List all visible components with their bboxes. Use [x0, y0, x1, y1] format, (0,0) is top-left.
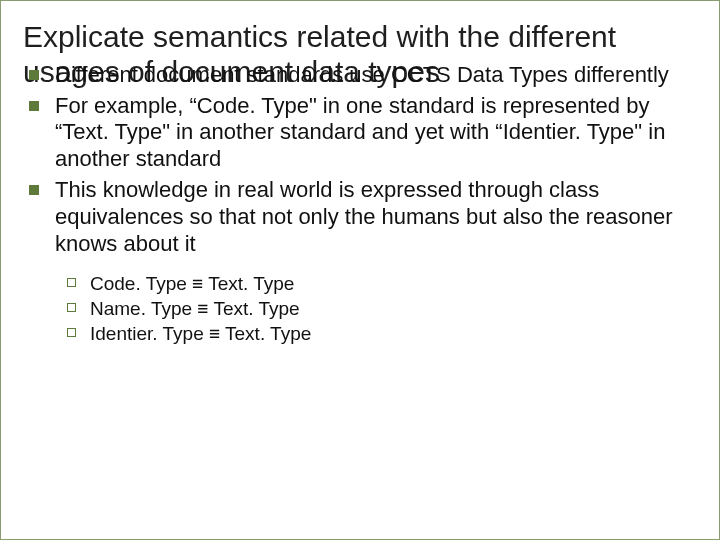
- sub-bullet-text: Name. Type ≡ Text. Type: [90, 297, 300, 320]
- list-item: For example, “Code. Type" in one standar…: [29, 93, 697, 173]
- square-bullet-icon: [29, 185, 39, 195]
- list-item: Name. Type ≡ Text. Type: [67, 297, 697, 320]
- sub-bullet-list: Code. Type ≡ Text. Type Name. Type ≡ Tex…: [23, 272, 697, 346]
- square-bullet-icon: [29, 70, 39, 80]
- bullet-text: For example, “Code. Type" in one standar…: [55, 93, 697, 173]
- list-item: Different document standards use CCTS Da…: [29, 62, 697, 89]
- sub-bullet-text: Identier. Type ≡ Text. Type: [90, 322, 311, 345]
- bullet-text: Different document standards use CCTS Da…: [55, 62, 697, 89]
- list-item: Identier. Type ≡ Text. Type: [67, 322, 697, 345]
- bullet-text: This knowledge in real world is expresse…: [55, 177, 697, 257]
- list-item: Code. Type ≡ Text. Type: [67, 272, 697, 295]
- hollow-square-bullet-icon: [67, 278, 76, 287]
- bullet-list: Different document standards use CCTS Da…: [23, 62, 697, 258]
- square-bullet-icon: [29, 101, 39, 111]
- hollow-square-bullet-icon: [67, 303, 76, 312]
- sub-bullet-text: Code. Type ≡ Text. Type: [90, 272, 294, 295]
- slide: Explicate semantics related with the dif…: [0, 0, 720, 540]
- list-item: This knowledge in real world is expresse…: [29, 177, 697, 257]
- hollow-square-bullet-icon: [67, 328, 76, 337]
